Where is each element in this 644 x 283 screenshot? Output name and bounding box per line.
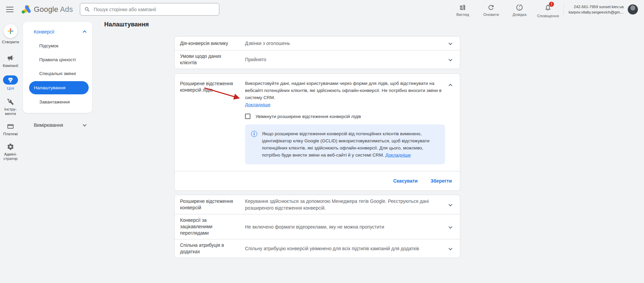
topbar-divider xyxy=(563,4,564,15)
nav-rail: Створити Кампанії Цілі Інстру-менти Плат… xyxy=(0,19,21,283)
conversions-section-label: Конверсії xyxy=(34,29,54,34)
notifications-button[interactable]: ! Сповіщення xyxy=(537,1,559,18)
learn-more-link[interactable]: Докладніше xyxy=(245,102,270,107)
notifications-label: Сповіщення xyxy=(537,14,559,18)
create-label: Створити xyxy=(0,40,21,44)
chevron-down-icon[interactable] xyxy=(448,246,452,250)
credit-card-icon xyxy=(7,123,14,130)
brand-text: GoogleAds xyxy=(34,5,73,14)
panel-enhanced-lead-conversions: Розширене відстеження конверсій лідів Ви… xyxy=(174,73,460,191)
chevron-up-icon xyxy=(83,30,86,34)
sidebar-item-custom-variables[interactable]: Спеціальні змінні xyxy=(23,67,92,80)
sidebar-item-campaigns[interactable]: Кампанії xyxy=(0,54,21,68)
sidebar-section-measurement[interactable]: Вимірювання xyxy=(23,119,92,131)
help-label: Довідка xyxy=(513,13,527,17)
appearance-icon xyxy=(459,4,466,11)
enable-tracking-checkbox-row[interactable]: Увімкнути розширене відстеження конверсі… xyxy=(245,114,445,119)
chevron-down-icon xyxy=(83,123,86,126)
settings-panels: Дія-конверсія виклику Дзвінки з оголошен… xyxy=(174,36,460,258)
panel-label: Умови щодо даних клієнтів xyxy=(180,53,238,66)
refresh-label: Оновити xyxy=(483,13,499,17)
account-info[interactable]: 242-561-7959 sunset.kiev.ua karpov.vital… xyxy=(569,4,624,15)
sidebar-item-value-rules[interactable]: Правила цінності xyxy=(23,53,92,67)
notification-badge: ! xyxy=(549,2,554,7)
panel-group-bottom: Розширене відстеження конверсій Керуванн… xyxy=(174,195,460,258)
goals-active-pill xyxy=(3,75,18,85)
panel-value: Спільну атрибуцію конверсій увімкнено дл… xyxy=(245,245,446,252)
panel-footer: Скасувати Зберегти xyxy=(175,171,460,190)
panel-value: Керування здійснюється за допомогою Мене… xyxy=(245,198,446,211)
account-id: 242-561-7959 sunset.kiev.ua xyxy=(569,4,624,9)
panel-app-attribution[interactable]: Спільна атрибуція в додатках Спільну атр… xyxy=(175,239,460,258)
chevron-down-icon[interactable] xyxy=(448,57,452,61)
campaigns-label: Кампанії xyxy=(0,64,21,68)
search-icon xyxy=(84,6,90,13)
sidebar-section-conversions[interactable]: Конверсії xyxy=(23,25,92,39)
info-box: i Якщо розширене відстеження конверсій в… xyxy=(245,124,445,164)
page-title: Налаштування xyxy=(104,21,149,28)
panel-value: Прийнято xyxy=(245,56,446,63)
panel-label: Спільна атрибуція в додатках xyxy=(180,242,238,255)
measurement-label: Вимірювання xyxy=(34,122,63,128)
checkbox-label: Увімкнути розширене відстеження конверсі… xyxy=(256,114,361,119)
admin-label: Адміні-стратор xyxy=(0,152,21,161)
help-button[interactable]: Довідка xyxy=(509,1,530,17)
search-input[interactable] xyxy=(94,7,215,12)
top-app-bar: GoogleAds Вигляд Оновити Довідка ! Спові… xyxy=(0,0,644,19)
info-icon: i xyxy=(251,131,257,137)
google-ads-logo-icon xyxy=(21,5,31,14)
panel-label: Розширене відстеження конверсій xyxy=(180,198,238,211)
menu-icon[interactable] xyxy=(6,7,14,12)
panel-description: Використовуйте дані, надані користувачам… xyxy=(245,80,445,101)
tools-icon xyxy=(7,98,14,105)
checkbox-unchecked[interactable] xyxy=(245,114,250,119)
conversions-sidebar: Конверсії Підсумок Правила цінності Спец… xyxy=(23,22,92,113)
google-ads-logo[interactable]: GoogleAds xyxy=(21,5,73,14)
panel-label: Дія-конверсія виклику xyxy=(180,40,238,47)
info-text: Якщо розширене відстеження конверсій від… xyxy=(262,130,438,159)
help-icon xyxy=(516,4,523,11)
panel-label: Розширене відстеження конверсій лідів xyxy=(180,80,238,164)
search-box[interactable] xyxy=(80,3,219,16)
gear-icon xyxy=(7,143,14,150)
panel-engaged-view-conversions[interactable]: Конверсії за зацікавленими переглядами Н… xyxy=(175,214,460,239)
create-button[interactable]: Створити xyxy=(0,24,21,44)
sidebar-item-uploads[interactable]: Завантаження xyxy=(23,95,92,109)
refresh-button[interactable]: Оновити xyxy=(480,1,502,17)
refresh-icon xyxy=(487,4,495,11)
sidebar-item-admin[interactable]: Адміні-стратор xyxy=(0,143,21,161)
sidebar-item-summary[interactable]: Підсумок xyxy=(23,39,92,53)
create-circle xyxy=(3,24,18,38)
sidebar-item-settings[interactable]: Налаштування xyxy=(29,81,89,94)
panel-call-conversion-action[interactable]: Дія-конверсія виклику Дзвінки з оголошен… xyxy=(175,37,460,50)
save-button[interactable]: Зберегти xyxy=(426,175,457,186)
panel-customer-data-terms[interactable]: Умови щодо даних клієнтів Прийнято xyxy=(175,50,460,69)
avatar[interactable] xyxy=(628,4,638,15)
learn-more-link[interactable]: Докладніше xyxy=(385,152,411,158)
chevron-down-icon[interactable] xyxy=(448,225,452,228)
trophy-icon xyxy=(7,77,14,83)
panel-enhanced-conversions[interactable]: Розширене відстеження конверсій Керуванн… xyxy=(175,195,460,214)
appearance-label: Вигляд xyxy=(456,13,469,17)
sidebar-item-billing[interactable]: Платежі xyxy=(0,123,21,136)
panel-value: Дзвінки з оголошень xyxy=(245,40,446,47)
chevron-down-icon[interactable] xyxy=(448,203,452,206)
appearance-button[interactable]: Вигляд xyxy=(452,1,473,17)
panel-value: Не включено формати відеореклами, яку не… xyxy=(245,223,446,230)
account-email: karpov.vitaliy.sergeevich@gm… xyxy=(569,9,624,15)
chevron-up-icon[interactable] xyxy=(448,84,452,88)
megaphone-icon xyxy=(7,54,14,62)
topbar-actions: Вигляд Оновити Довідка ! Сповіщення xyxy=(452,1,559,18)
billing-label: Платежі xyxy=(0,132,21,136)
chevron-down-icon[interactable] xyxy=(448,41,452,45)
tools-label: Інстру-менти xyxy=(0,107,21,116)
panel-group-top: Дія-конверсія виклику Дзвінки з оголошен… xyxy=(174,36,460,69)
plus-icon xyxy=(7,27,14,35)
panel-label: Конверсії за зацікавленими переглядами xyxy=(180,217,238,236)
cancel-button[interactable]: Скасувати xyxy=(388,175,422,186)
sidebar-item-goals[interactable]: Цілі xyxy=(0,75,21,91)
goals-label: Цілі xyxy=(0,86,21,91)
sidebar-item-tools[interactable]: Інстру-менти xyxy=(0,98,21,116)
